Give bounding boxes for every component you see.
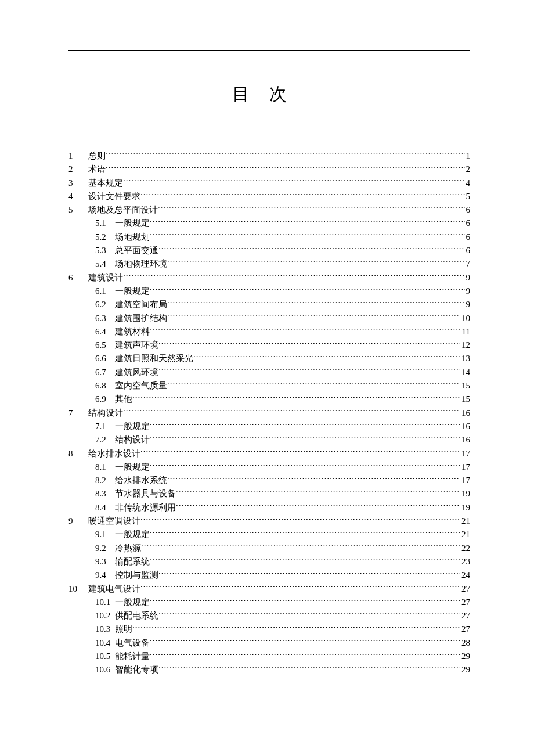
- entry-label: 一般规定: [115, 285, 150, 298]
- toc-entry[interactable]: 8.3节水器具与设备19: [68, 487, 470, 501]
- leader-dots: [123, 272, 465, 280]
- leader-dots: [150, 285, 465, 294]
- entry-label: 电气设备: [115, 636, 150, 650]
- entry-number: 1: [68, 149, 88, 163]
- toc-entry[interactable]: 7结构设计16: [68, 406, 470, 420]
- toc-entry[interactable]: 8给水排水设计17: [68, 447, 470, 460]
- leader-dots: [141, 542, 460, 551]
- entry-number: 7.1: [95, 420, 115, 433]
- leader-dots: [167, 258, 465, 267]
- header-rule: [68, 50, 470, 51]
- toc-entry[interactable]: 4设计文件要求5: [68, 190, 470, 203]
- entry-page: 27: [460, 622, 470, 636]
- entry-page: 15: [460, 379, 470, 393]
- entry-number: 10: [68, 582, 88, 596]
- leader-dots: [140, 583, 460, 592]
- entry-label: 一般规定: [115, 420, 150, 433]
- toc-entry[interactable]: 5.4场地物理环境7: [68, 257, 470, 271]
- toc-entry[interactable]: 6.7建筑风环境14: [68, 366, 470, 379]
- leader-dots: [150, 231, 465, 240]
- leader-dots: [158, 339, 460, 348]
- toc-entry[interactable]: 3基本规定4: [68, 177, 470, 190]
- toc-entry[interactable]: 9.4控制与监测24: [68, 568, 470, 582]
- entry-number: 6: [68, 271, 88, 285]
- leader-dots: [150, 650, 460, 659]
- toc-entry[interactable]: 1总则1: [68, 149, 470, 163]
- toc-entry[interactable]: 6.4建筑材料11: [68, 325, 470, 339]
- entry-label: 非传统水源利用: [115, 501, 176, 514]
- entry-number: 10.1: [95, 596, 115, 609]
- toc-entry[interactable]: 9暖通空调设计21: [68, 514, 470, 528]
- entry-number: 5.4: [95, 257, 115, 271]
- entry-page: 7: [465, 257, 471, 271]
- toc-entry[interactable]: 6.9其他15: [68, 393, 470, 406]
- toc-entry[interactable]: 6建筑设计9: [68, 271, 470, 285]
- toc-entry[interactable]: 10.5能耗计量29: [68, 650, 470, 663]
- toc-entry[interactable]: 6.8室内空气质量15: [68, 379, 470, 393]
- entry-page: 28: [460, 636, 470, 650]
- leader-dots: [158, 204, 465, 213]
- leader-dots: [150, 637, 460, 646]
- entry-page: 4: [465, 177, 471, 190]
- entry-number: 5.3: [95, 244, 115, 257]
- entry-label: 暖通空调设计: [88, 514, 140, 528]
- entry-page: 16: [460, 433, 470, 447]
- toc-entry[interactable]: 5场地及总平面设计6: [68, 203, 470, 217]
- entry-page: 17: [460, 460, 470, 474]
- toc-entry[interactable]: 8.2给水排水系统17: [68, 474, 470, 487]
- toc-entry[interactable]: 10.6智能化专项29: [68, 663, 470, 676]
- toc-entry[interactable]: 8.4非传统水源利用19: [68, 501, 470, 514]
- toc-entry[interactable]: 10.1一般规定27: [68, 596, 470, 609]
- toc-entry[interactable]: 7.1一般规定16: [68, 420, 470, 433]
- toc-entry[interactable]: 10建筑电气设计27: [68, 582, 470, 596]
- toc-entry[interactable]: 9.2冷热源22: [68, 542, 470, 555]
- toc-entry[interactable]: 6.3建筑围护结构10: [68, 312, 470, 325]
- entry-number: 10.4: [95, 636, 115, 650]
- entry-label: 场地物理环境: [115, 257, 167, 271]
- entry-page: 17: [460, 447, 470, 460]
- entry-number: 6.6: [95, 352, 115, 365]
- entry-number: 6.1: [95, 285, 115, 298]
- entry-label: 给水排水系统: [115, 474, 167, 487]
- entry-number: 10.3: [95, 622, 115, 636]
- toc-entry[interactable]: 6.6建筑日照和天然采光13: [68, 352, 470, 365]
- entry-page: 21: [460, 528, 470, 541]
- entry-page: 19: [460, 487, 470, 501]
- entry-label: 建筑电气设计: [88, 582, 140, 596]
- toc-entry[interactable]: 9.1一般规定21: [68, 528, 470, 541]
- entry-page: 5: [465, 190, 471, 203]
- toc-entry[interactable]: 2术语2: [68, 163, 470, 176]
- entry-number: 8.2: [95, 474, 115, 487]
- entry-number: 8.1: [95, 460, 115, 474]
- toc-entry[interactable]: 5.1一般规定6: [68, 217, 470, 230]
- toc-entry[interactable]: 7.2结构设计16: [68, 433, 470, 447]
- toc-entry[interactable]: 8.1一般规定17: [68, 460, 470, 474]
- toc-entry[interactable]: 10.2供配电系统27: [68, 609, 470, 622]
- toc-entry[interactable]: 5.3总平面交通6: [68, 244, 470, 257]
- entry-number: 7: [68, 406, 88, 420]
- entry-page: 6: [465, 203, 471, 217]
- entry-page: 14: [460, 366, 470, 379]
- entry-page: 10: [460, 312, 470, 325]
- entry-label: 结构设计: [115, 433, 150, 447]
- entry-number: 6.3: [95, 312, 115, 325]
- entry-label: 建筑风环境: [115, 366, 158, 379]
- toc-entry[interactable]: 6.2建筑空间布局9: [68, 298, 470, 311]
- entry-page: 22: [460, 542, 470, 555]
- entry-number: 9.2: [95, 542, 115, 555]
- toc-entry[interactable]: 6.1一般规定9: [68, 285, 470, 298]
- entry-label: 室内空气质量: [115, 379, 167, 393]
- entry-page: 9: [465, 285, 471, 298]
- toc-entry[interactable]: 9.3输配系统23: [68, 555, 470, 568]
- entry-number: 5.2: [95, 231, 115, 244]
- toc-entry[interactable]: 10.4电气设备28: [68, 636, 470, 650]
- entry-page: 6: [465, 244, 471, 257]
- entry-page: 1: [465, 149, 471, 163]
- toc-list: 1总则12术语23基本规定44设计文件要求55场地及总平面设计65.1一般规定6…: [68, 149, 470, 677]
- entry-number: 6.5: [95, 339, 115, 352]
- entry-label: 节水器具与设备: [115, 487, 176, 501]
- toc-entry[interactable]: 5.2场地规划6: [68, 231, 470, 244]
- toc-entry[interactable]: 10.3照明27: [68, 622, 470, 636]
- toc-entry[interactable]: 6.5建筑声环境12: [68, 339, 470, 352]
- entry-number: 9.1: [95, 528, 115, 541]
